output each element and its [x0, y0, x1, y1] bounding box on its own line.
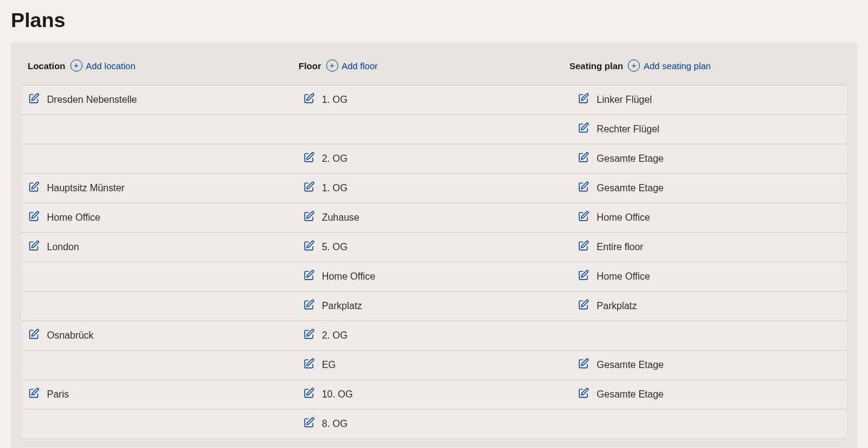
edit-icon[interactable] — [303, 240, 315, 254]
add-floor-button[interactable]: Add floor — [326, 60, 378, 72]
edit-icon[interactable] — [303, 328, 315, 343]
location-cell — [22, 351, 297, 379]
floor-label: EG — [322, 360, 336, 370]
table-row: Dresden Nebenstelle1. OGLinker Flügel — [22, 85, 846, 114]
seating-label: Home Office — [597, 212, 650, 223]
location-label: Dresden Nebenstelle — [47, 94, 137, 105]
location-header-label: Location — [28, 61, 66, 71]
table-row: Rechter Flügel — [22, 114, 846, 144]
edit-icon[interactable] — [303, 210, 315, 225]
edit-icon — [28, 122, 40, 137]
add-floor-label: Add floor — [342, 61, 378, 71]
edit-icon[interactable] — [28, 210, 40, 225]
edit-icon[interactable] — [303, 417, 315, 431]
floor-label: Zuhause — [322, 212, 359, 223]
seating-cell: Gesamte Etage — [571, 380, 846, 409]
column-header-row: Location Add location Floor Add floor Se… — [22, 54, 846, 85]
floor-label: Parkplatz — [322, 301, 362, 311]
edit-icon[interactable] — [303, 299, 315, 313]
location-cell: Home Office — [22, 203, 297, 232]
edit-icon[interactable] — [28, 328, 40, 343]
table-row: Hauptsitz Münster1. OGGesamte Etage — [22, 173, 846, 203]
floor-label: 5. OG — [322, 242, 348, 253]
seating-header: Seating plan Add seating plan — [569, 60, 840, 72]
edit-icon[interactable] — [303, 93, 315, 107]
seating-cell: Rechter Flügel — [571, 115, 846, 144]
floor-cell: 10. OG — [297, 380, 572, 409]
location-cell — [22, 292, 297, 321]
edit-icon[interactable] — [28, 181, 40, 195]
seating-label: Home Office — [597, 271, 650, 282]
add-seating-button[interactable]: Add seating plan — [628, 60, 711, 72]
edit-icon[interactable] — [28, 240, 40, 254]
seating-label: Entire floor — [597, 242, 643, 253]
seating-cell — [571, 321, 846, 350]
seating-label: Gesamte Etage — [597, 183, 663, 194]
location-label: London — [47, 242, 79, 253]
table-row: 8. OG — [22, 409, 846, 439]
floor-label: 2. OG — [322, 153, 348, 164]
edit-icon[interactable] — [577, 210, 589, 225]
table-row: 2. OGGesamte Etage — [22, 144, 846, 173]
plus-icon — [628, 60, 640, 72]
seating-cell — [571, 410, 846, 438]
seating-cell: Gesamte Etage — [571, 144, 846, 173]
edit-icon[interactable] — [577, 387, 589, 402]
seating-label: Gesamte Etage — [597, 360, 663, 370]
seating-label: Parkplatz — [597, 301, 637, 311]
table-row: Home OfficeHome Office — [22, 262, 846, 291]
location-label: Osnabrück — [47, 330, 93, 341]
edit-icon[interactable] — [577, 181, 589, 195]
edit-icon[interactable] — [303, 387, 315, 402]
seating-cell: Gesamte Etage — [571, 174, 846, 203]
location-header: Location Add location — [28, 60, 299, 72]
edit-icon[interactable] — [577, 122, 589, 137]
seating-cell: Home Office — [571, 203, 846, 232]
location-cell — [22, 410, 297, 438]
location-cell — [22, 262, 297, 291]
floor-cell: 1. OG — [297, 85, 572, 114]
location-label: Paris — [47, 389, 69, 400]
location-cell: Hauptsitz Münster — [22, 174, 297, 203]
edit-icon[interactable] — [303, 358, 315, 372]
edit-icon[interactable] — [577, 240, 589, 254]
table-row: Paris10. OGGesamte Etage — [22, 379, 846, 409]
add-location-button[interactable]: Add location — [70, 60, 136, 72]
location-cell: Paris — [22, 380, 297, 409]
add-seating-label: Add seating plan — [643, 61, 711, 71]
floor-label: 10. OG — [322, 389, 353, 400]
edit-icon — [28, 152, 40, 166]
edit-icon — [303, 122, 315, 137]
floor-cell: 2. OG — [297, 321, 572, 350]
edit-icon — [28, 417, 40, 431]
edit-icon[interactable] — [577, 299, 589, 313]
location-cell: London — [22, 233, 297, 262]
edit-icon[interactable] — [577, 93, 589, 107]
floor-cell: Zuhause — [297, 203, 572, 232]
edit-icon[interactable] — [577, 152, 589, 166]
location-cell — [22, 115, 297, 144]
seating-label: Gesamte Etage — [597, 153, 663, 164]
table-row: Home OfficeZuhauseHome Office — [22, 203, 846, 232]
floor-label: 1. OG — [322, 183, 348, 194]
page-title: Plans — [11, 0, 857, 43]
edit-icon[interactable] — [303, 269, 315, 284]
floor-label: 1. OG — [322, 94, 348, 105]
floor-header-label: Floor — [299, 61, 321, 71]
seating-cell: Gesamte Etage — [571, 351, 846, 379]
edit-icon[interactable] — [303, 181, 315, 195]
add-location-label: Add location — [86, 61, 136, 71]
location-cell: Osnabrück — [22, 321, 297, 350]
floor-cell: 5. OG — [297, 233, 572, 262]
seating-cell: Parkplatz — [571, 292, 846, 321]
floor-cell: 1. OG — [297, 174, 572, 203]
seating-cell: Entire floor — [571, 233, 846, 262]
floor-cell: Home Office — [297, 262, 572, 291]
edit-icon[interactable] — [577, 358, 589, 372]
edit-icon[interactable] — [28, 387, 40, 402]
edit-icon[interactable] — [577, 269, 589, 284]
edit-icon — [577, 417, 589, 431]
floor-cell: 8. OG — [297, 410, 572, 438]
edit-icon[interactable] — [303, 152, 315, 166]
edit-icon[interactable] — [28, 93, 40, 107]
